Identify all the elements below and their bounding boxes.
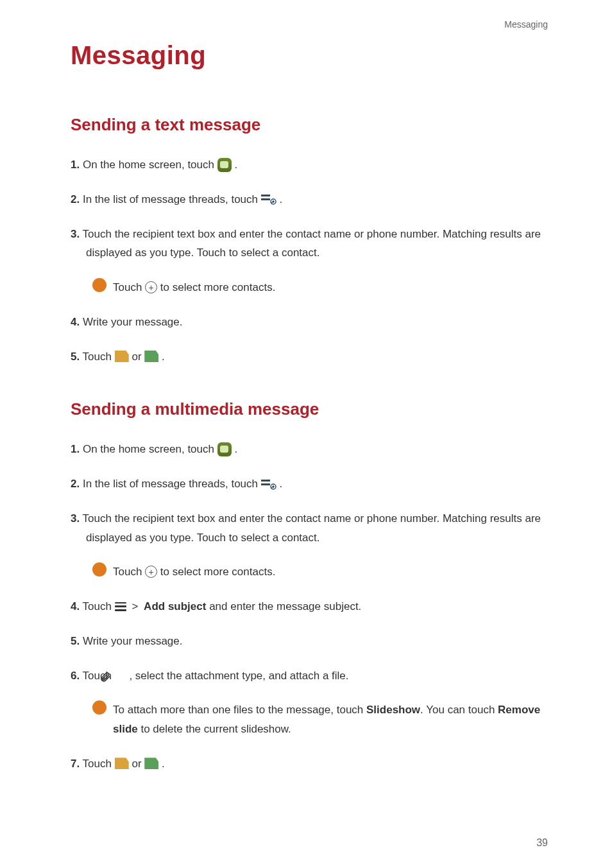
step-text: Touch the recipient text box and enter t… <box>80 512 541 544</box>
attachment-icon <box>115 670 126 681</box>
messaging-app-icon <box>217 158 232 172</box>
text-step-2: 2. In the list of message threads, touch… <box>71 190 548 209</box>
info-icon: i <box>92 278 106 292</box>
tip-text: to delete the current slideshow. <box>138 723 291 735</box>
mms-step-7: 7. Touch 1 or 2 . <box>71 754 548 774</box>
mms-step-3: 3. Touch the recipient text box and ente… <box>71 509 548 548</box>
breadcrumb-separator: > <box>129 600 140 612</box>
sim1-icon: 1 <box>115 758 129 769</box>
step-text: In the list of message threads, touch <box>80 193 261 205</box>
step-text: . <box>276 193 282 205</box>
step-number: 4. <box>71 316 80 328</box>
step-text: Write your message. <box>80 635 182 647</box>
sim2-icon: 2 <box>144 758 158 769</box>
mms-step-2: 2. In the list of message threads, touch… <box>71 474 548 494</box>
step-number: 3. <box>71 228 80 240</box>
mms-step-5: 5. Write your message. <box>71 632 548 651</box>
new-message-icon <box>261 478 276 490</box>
step-number: 7. <box>71 758 80 770</box>
mms-tip-more-contacts: i Touch + to select more contacts. <box>71 562 548 582</box>
menu-icon <box>115 602 126 611</box>
step-number: 4. <box>71 600 80 612</box>
step-number: 3. <box>71 512 80 525</box>
mms-tip-slideshow: i To attach more than one files to the m… <box>71 700 548 739</box>
svg-rect-5 <box>261 480 270 482</box>
step-text: . <box>232 443 237 455</box>
step-text: On the home screen, touch <box>80 443 217 455</box>
add-contact-icon: + <box>145 566 157 578</box>
mms-step-6: 6. Touch , select the attachment type, a… <box>71 666 548 686</box>
step-number: 2. <box>71 193 80 205</box>
svg-rect-1 <box>261 198 270 200</box>
step-text: , select the attachment type, and attach… <box>126 670 349 682</box>
text-step-5: 5. Touch 1 or 2 . <box>71 347 548 367</box>
tip-text: To attach more than one files to the mes… <box>113 704 366 716</box>
text-step-3: 3. Touch the recipient text box and ente… <box>71 225 548 263</box>
info-icon: i <box>92 562 106 577</box>
step-text: Touch <box>80 758 115 770</box>
step-text: Touch <box>80 600 115 612</box>
tip-text: to select more contacts. <box>160 281 276 293</box>
step-text: . <box>276 478 282 490</box>
info-icon: i <box>92 700 106 715</box>
section-title-text-message: Sending a text message <box>71 115 548 135</box>
add-contact-icon: + <box>145 281 157 293</box>
tip-text: Touch <box>113 281 145 293</box>
section-title-mms: Sending a multimedia message <box>71 399 548 419</box>
menu-item-slideshow: Slideshow <box>366 704 420 716</box>
tip-text: . You can touch <box>420 704 498 716</box>
step-number: 2. <box>71 478 80 490</box>
mms-step-1: 1. On the home screen, touch . <box>71 440 548 459</box>
svg-rect-0 <box>261 195 270 196</box>
text-tip-more-contacts: i Touch + to select more contacts. <box>71 278 548 297</box>
text-step-1: 1. On the home screen, touch . <box>71 155 548 175</box>
messaging-app-icon <box>217 442 232 456</box>
sim2-icon: 2 <box>144 351 158 362</box>
mms-step-4: 4. Touch > Add subject and enter the mes… <box>71 597 548 616</box>
step-number: 6. <box>71 670 80 682</box>
step-text: or <box>129 351 145 363</box>
step-text: . <box>158 758 164 770</box>
sim1-icon: 1 <box>115 351 129 362</box>
step-number: 5. <box>71 635 80 647</box>
step-text: . <box>232 159 237 171</box>
svg-rect-6 <box>261 483 270 485</box>
menu-item-add-subject: Add subject <box>144 600 206 612</box>
step-text: Write your message. <box>80 316 182 328</box>
new-message-icon <box>261 193 276 205</box>
tip-text: to select more contacts. <box>160 566 276 578</box>
text-step-4: 4. Write your message. <box>71 313 548 332</box>
step-text: and enter the message subject. <box>206 600 361 612</box>
page-number: 39 <box>536 837 548 849</box>
step-text: Touch <box>80 351 115 363</box>
tip-text: Touch <box>113 566 145 578</box>
step-number: 1. <box>71 159 80 171</box>
step-text: In the list of message threads, touch <box>80 478 261 490</box>
step-text: . <box>158 351 164 363</box>
step-number: 5. <box>71 351 80 363</box>
chapter-title: Messaging <box>71 41 548 70</box>
step-text: or <box>129 758 145 770</box>
step-text: Touch the recipient text box and enter t… <box>80 228 541 259</box>
step-number: 1. <box>71 443 80 455</box>
page-section-header: Messaging <box>71 19 548 30</box>
step-text: On the home screen, touch <box>80 159 217 171</box>
